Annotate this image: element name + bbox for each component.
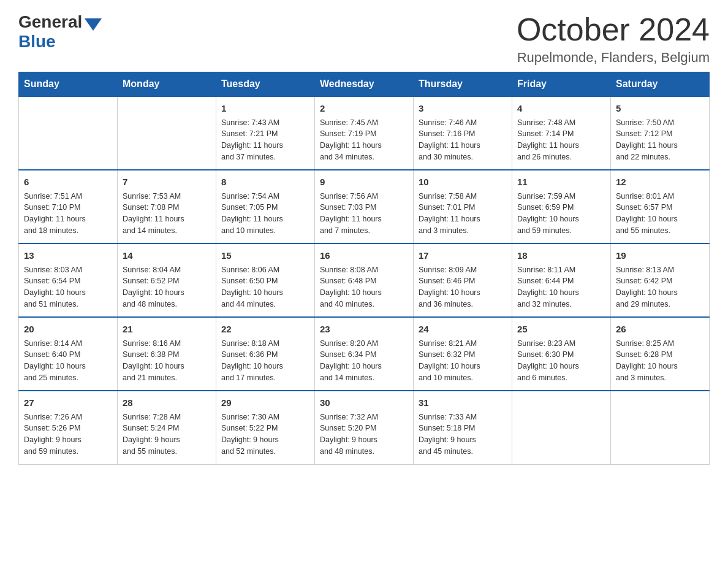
day-info: Sunrise: 7:53 AMSunset: 7:08 PMDaylight:…: [123, 191, 211, 237]
day-number: 23: [320, 323, 408, 337]
calendar-day-cell: 25Sunrise: 8:23 AMSunset: 6:30 PMDayligh…: [512, 317, 611, 391]
calendar-day-cell: [118, 96, 216, 170]
calendar-day-cell: 31Sunrise: 7:33 AMSunset: 5:18 PMDayligh…: [414, 391, 512, 464]
day-info: Sunrise: 7:30 AMSunset: 5:22 PMDaylight:…: [221, 412, 309, 458]
calendar-day-cell: 16Sunrise: 8:08 AMSunset: 6:48 PMDayligh…: [315, 243, 414, 317]
day-number: 15: [221, 249, 309, 263]
logo-blue-text: Blue: [18, 32, 56, 52]
calendar-day-cell: 30Sunrise: 7:32 AMSunset: 5:20 PMDayligh…: [315, 391, 414, 464]
calendar-day-cell: 2Sunrise: 7:45 AMSunset: 7:19 PMDaylight…: [315, 96, 414, 170]
day-info: Sunrise: 7:33 AMSunset: 5:18 PMDaylight:…: [419, 412, 507, 458]
day-number: 13: [24, 249, 112, 263]
calendar-day-cell: 27Sunrise: 7:26 AMSunset: 5:26 PMDayligh…: [19, 391, 118, 464]
calendar-day-cell: 19Sunrise: 8:13 AMSunset: 6:42 PMDayligh…: [611, 243, 710, 317]
day-info: Sunrise: 7:48 AMSunset: 7:14 PMDaylight:…: [517, 117, 605, 163]
day-number: 18: [517, 249, 605, 263]
day-number: 8: [221, 175, 309, 190]
calendar-day-cell: 14Sunrise: 8:04 AMSunset: 6:52 PMDayligh…: [118, 243, 216, 317]
calendar-day-cell: 23Sunrise: 8:20 AMSunset: 6:34 PMDayligh…: [315, 317, 414, 391]
day-number: 6: [24, 175, 112, 190]
calendar-day-cell: 18Sunrise: 8:11 AMSunset: 6:44 PMDayligh…: [512, 243, 611, 317]
day-info: Sunrise: 8:09 AMSunset: 6:46 PMDaylight:…: [419, 264, 507, 310]
day-number: 31: [419, 396, 507, 410]
logo: General Blue: [18, 12, 104, 52]
day-info: Sunrise: 7:51 AMSunset: 7:10 PMDaylight:…: [24, 191, 112, 237]
calendar-header-cell: Saturday: [611, 72, 710, 97]
day-info: Sunrise: 8:23 AMSunset: 6:30 PMDaylight:…: [517, 338, 605, 384]
day-number: 1: [221, 102, 309, 116]
calendar-day-cell: 10Sunrise: 7:58 AMSunset: 7:01 PMDayligh…: [414, 170, 512, 243]
calendar-header-cell: Wednesday: [315, 72, 414, 97]
calendar-day-cell: 6Sunrise: 7:51 AMSunset: 7:10 PMDaylight…: [19, 170, 118, 243]
day-info: Sunrise: 7:32 AMSunset: 5:20 PMDaylight:…: [320, 412, 408, 458]
day-info: Sunrise: 8:11 AMSunset: 6:44 PMDaylight:…: [517, 264, 605, 310]
calendar-day-cell: 15Sunrise: 8:06 AMSunset: 6:50 PMDayligh…: [216, 243, 315, 317]
day-number: 17: [419, 249, 507, 263]
day-number: 14: [123, 249, 211, 263]
day-info: Sunrise: 8:06 AMSunset: 6:50 PMDaylight:…: [221, 264, 309, 310]
day-number: 3: [419, 102, 507, 116]
day-number: 28: [123, 396, 211, 410]
calendar-week-row: 27Sunrise: 7:26 AMSunset: 5:26 PMDayligh…: [19, 391, 710, 464]
title-block: October 2024 Rupelmonde, Flanders, Belgi…: [517, 12, 710, 66]
day-number: 22: [221, 323, 309, 337]
day-number: 20: [24, 323, 112, 337]
day-number: 30: [320, 396, 408, 410]
day-number: 27: [24, 396, 112, 410]
calendar-day-cell: 1Sunrise: 7:43 AMSunset: 7:21 PMDaylight…: [216, 96, 315, 170]
day-info: Sunrise: 8:20 AMSunset: 6:34 PMDaylight:…: [320, 338, 408, 384]
calendar-week-row: 20Sunrise: 8:14 AMSunset: 6:40 PMDayligh…: [19, 317, 710, 391]
calendar-header-row: SundayMondayTuesdayWednesdayThursdayFrid…: [19, 72, 710, 97]
day-number: 10: [419, 175, 507, 190]
calendar-header-cell: Sunday: [19, 72, 118, 97]
calendar-day-cell: 21Sunrise: 8:16 AMSunset: 6:38 PMDayligh…: [118, 317, 216, 391]
day-info: Sunrise: 7:56 AMSunset: 7:03 PMDaylight:…: [320, 191, 408, 237]
day-info: Sunrise: 7:59 AMSunset: 6:59 PMDaylight:…: [517, 191, 605, 237]
calendar-day-cell: 3Sunrise: 7:46 AMSunset: 7:16 PMDaylight…: [414, 96, 512, 170]
calendar-week-row: 6Sunrise: 7:51 AMSunset: 7:10 PMDaylight…: [19, 170, 710, 243]
calendar-day-cell: 9Sunrise: 7:56 AMSunset: 7:03 PMDaylight…: [315, 170, 414, 243]
day-info: Sunrise: 8:25 AMSunset: 6:28 PMDaylight:…: [616, 338, 704, 384]
location-title: Rupelmonde, Flanders, Belgium: [517, 50, 710, 66]
calendar-day-cell: 26Sunrise: 8:25 AMSunset: 6:28 PMDayligh…: [611, 317, 710, 391]
logo-general-text: General: [18, 12, 82, 32]
calendar-header-cell: Monday: [118, 72, 216, 97]
day-info: Sunrise: 8:14 AMSunset: 6:40 PMDaylight:…: [24, 338, 112, 384]
day-number: 16: [320, 249, 408, 263]
day-info: Sunrise: 7:28 AMSunset: 5:24 PMDaylight:…: [123, 412, 211, 458]
day-info: Sunrise: 7:45 AMSunset: 7:19 PMDaylight:…: [320, 117, 408, 163]
day-info: Sunrise: 7:46 AMSunset: 7:16 PMDaylight:…: [419, 117, 507, 163]
day-info: Sunrise: 8:21 AMSunset: 6:32 PMDaylight:…: [419, 338, 507, 384]
day-info: Sunrise: 8:03 AMSunset: 6:54 PMDaylight:…: [24, 264, 112, 310]
calendar-week-row: 13Sunrise: 8:03 AMSunset: 6:54 PMDayligh…: [19, 243, 710, 317]
calendar-day-cell: 4Sunrise: 7:48 AMSunset: 7:14 PMDaylight…: [512, 96, 611, 170]
calendar-header: SundayMondayTuesdayWednesdayThursdayFrid…: [19, 72, 710, 97]
day-info: Sunrise: 8:13 AMSunset: 6:42 PMDaylight:…: [616, 264, 704, 310]
calendar-day-cell: [19, 96, 118, 170]
day-number: 11: [517, 175, 605, 190]
day-number: 29: [221, 396, 309, 410]
day-number: 19: [616, 249, 704, 263]
calendar-day-cell: 28Sunrise: 7:28 AMSunset: 5:24 PMDayligh…: [118, 391, 216, 464]
day-number: 4: [517, 102, 605, 116]
day-info: Sunrise: 7:26 AMSunset: 5:26 PMDaylight:…: [24, 412, 112, 458]
calendar-week-row: 1Sunrise: 7:43 AMSunset: 7:21 PMDaylight…: [19, 96, 710, 170]
day-number: 2: [320, 102, 408, 116]
calendar-day-cell: 7Sunrise: 7:53 AMSunset: 7:08 PMDaylight…: [118, 170, 216, 243]
calendar-day-cell: [611, 391, 710, 464]
day-number: 25: [517, 323, 605, 337]
calendar-header-cell: Friday: [512, 72, 611, 97]
page-header: General Blue October 2024 Rupelmonde, Fl…: [18, 12, 710, 66]
day-info: Sunrise: 8:16 AMSunset: 6:38 PMDaylight:…: [123, 338, 211, 384]
day-info: Sunrise: 7:43 AMSunset: 7:21 PMDaylight:…: [221, 117, 309, 163]
day-number: 7: [123, 175, 211, 190]
calendar-header-cell: Tuesday: [216, 72, 315, 97]
calendar-header-cell: Thursday: [414, 72, 512, 97]
calendar-day-cell: [512, 391, 611, 464]
calendar-day-cell: 20Sunrise: 8:14 AMSunset: 6:40 PMDayligh…: [19, 317, 118, 391]
calendar-day-cell: 5Sunrise: 7:50 AMSunset: 7:12 PMDaylight…: [611, 96, 710, 170]
calendar-body: 1Sunrise: 7:43 AMSunset: 7:21 PMDaylight…: [19, 96, 710, 464]
calendar-day-cell: 29Sunrise: 7:30 AMSunset: 5:22 PMDayligh…: [216, 391, 315, 464]
day-info: Sunrise: 8:01 AMSunset: 6:57 PMDaylight:…: [616, 191, 704, 237]
day-info: Sunrise: 7:54 AMSunset: 7:05 PMDaylight:…: [221, 191, 309, 237]
